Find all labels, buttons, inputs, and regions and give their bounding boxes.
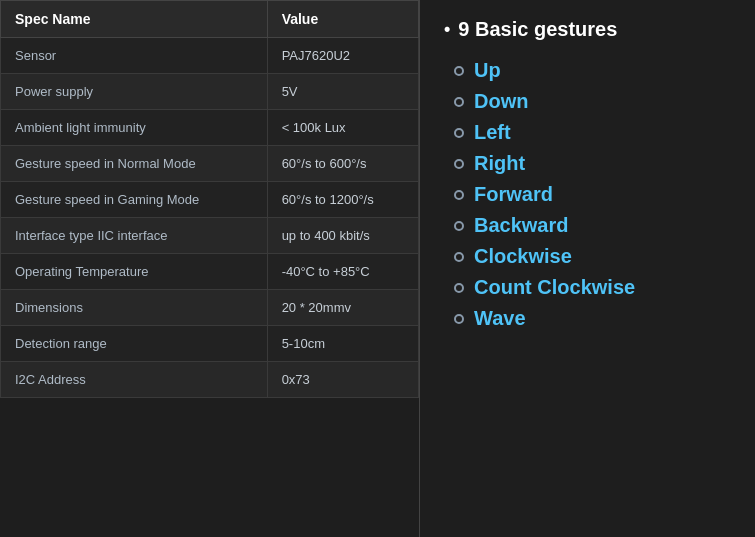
value-header: Value [267, 1, 418, 38]
gesture-label: Count Clockwise [474, 276, 635, 299]
list-item: Left [454, 117, 731, 148]
circle-icon [454, 66, 464, 76]
spec-name-cell: Ambient light immunity [1, 110, 268, 146]
spec-name-cell: Detection range [1, 326, 268, 362]
spec-name-cell: Interface type IIC interface [1, 218, 268, 254]
spec-value-cell: < 100k Lux [267, 110, 418, 146]
spec-value-cell: PAJ7620U2 [267, 38, 418, 74]
gesture-list: UpDownLeftRightForwardBackwardClockwiseC… [444, 55, 731, 334]
circle-icon [454, 221, 464, 231]
table-row: SensorPAJ7620U2 [1, 38, 419, 74]
spec-value-cell: 60°/s to 1200°/s [267, 182, 418, 218]
specs-table-panel: Spec Name Value SensorPAJ7620U2Power sup… [0, 0, 420, 537]
circle-icon [454, 252, 464, 262]
list-item: Clockwise [454, 241, 731, 272]
spec-name-cell: Operating Temperature [1, 254, 268, 290]
table-row: Interface type IIC interfaceup to 400 kb… [1, 218, 419, 254]
table-row: Dimensions20 * 20mmv [1, 290, 419, 326]
spec-name-cell: Gesture speed in Normal Mode [1, 146, 268, 182]
spec-value-cell: up to 400 kbit/s [267, 218, 418, 254]
spec-name-cell: Sensor [1, 38, 268, 74]
gesture-label: Backward [474, 214, 569, 237]
spec-value-cell: 0x73 [267, 362, 418, 398]
list-item: Wave [454, 303, 731, 334]
table-row: Power supply5V [1, 74, 419, 110]
gestures-title: • 9 Basic gestures [444, 18, 731, 41]
gesture-label: Wave [474, 307, 526, 330]
spec-value-cell: -40°C to +85°C [267, 254, 418, 290]
list-item: Count Clockwise [454, 272, 731, 303]
gesture-label: Down [474, 90, 528, 113]
spec-value-cell: 60°/s to 600°/s [267, 146, 418, 182]
spec-value-cell: 5V [267, 74, 418, 110]
circle-icon [454, 128, 464, 138]
gesture-label: Forward [474, 183, 553, 206]
circle-icon [454, 159, 464, 169]
circle-icon [454, 283, 464, 293]
list-item: Down [454, 86, 731, 117]
circle-icon [454, 190, 464, 200]
spec-name-header: Spec Name [1, 1, 268, 38]
table-row: Detection range5-10cm [1, 326, 419, 362]
bullet-icon: • [444, 19, 450, 40]
spec-value-cell: 5-10cm [267, 326, 418, 362]
list-item: Up [454, 55, 731, 86]
spec-value-cell: 20 * 20mmv [267, 290, 418, 326]
list-item: Forward [454, 179, 731, 210]
gestures-panel: • 9 Basic gestures UpDownLeftRightForwar… [420, 0, 755, 537]
spec-name-cell: I2C Address [1, 362, 268, 398]
table-row: I2C Address0x73 [1, 362, 419, 398]
gesture-label: Clockwise [474, 245, 572, 268]
table-row: Operating Temperature-40°C to +85°C [1, 254, 419, 290]
gesture-label: Up [474, 59, 501, 82]
table-row: Gesture speed in Normal Mode60°/s to 600… [1, 146, 419, 182]
circle-icon [454, 314, 464, 324]
spec-name-cell: Dimensions [1, 290, 268, 326]
table-row: Ambient light immunity< 100k Lux [1, 110, 419, 146]
gesture-label: Left [474, 121, 511, 144]
gestures-title-text: 9 Basic gestures [458, 18, 617, 41]
list-item: Backward [454, 210, 731, 241]
list-item: Right [454, 148, 731, 179]
spec-name-cell: Gesture speed in Gaming Mode [1, 182, 268, 218]
specs-table: Spec Name Value SensorPAJ7620U2Power sup… [0, 0, 419, 398]
gesture-label: Right [474, 152, 525, 175]
table-row: Gesture speed in Gaming Mode60°/s to 120… [1, 182, 419, 218]
spec-name-cell: Power supply [1, 74, 268, 110]
circle-icon [454, 97, 464, 107]
